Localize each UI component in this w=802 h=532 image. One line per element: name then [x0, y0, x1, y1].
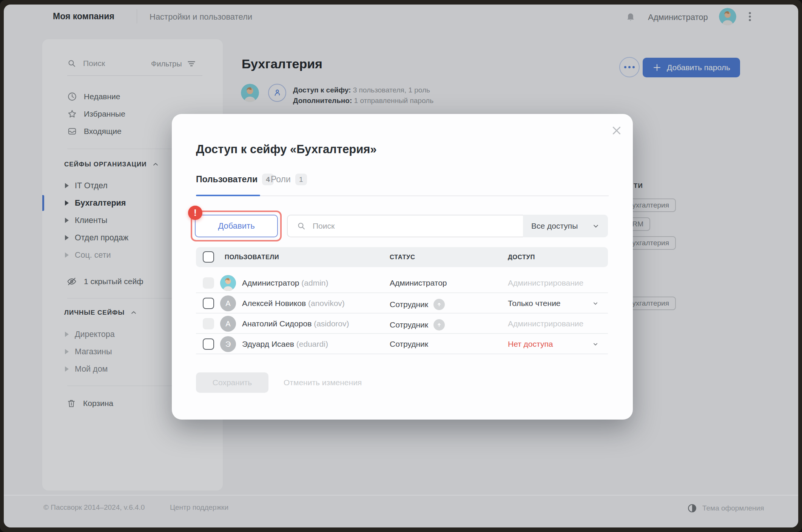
column-access: ДОСТУП [508, 254, 535, 261]
tab-label: Роли [271, 174, 291, 185]
tab-count-badge: 1 [295, 174, 307, 185]
tab-users[interactable]: Пользователи 4 [196, 174, 274, 185]
select-all-checkbox[interactable] [203, 251, 214, 263]
table-row: А Алексей Новиков (anovikov) Сотрудник Т… [196, 293, 608, 314]
user-access: Администрирование [508, 278, 583, 288]
user-status: Сотрудник [390, 299, 445, 310]
row-checkbox-disabled [203, 277, 214, 289]
chevron-down-icon[interactable] [592, 340, 599, 348]
user-name: Алексей Новиков (anovikov) [242, 299, 345, 308]
row-checkbox[interactable] [203, 298, 214, 309]
user-access: Администрирование [508, 319, 583, 328]
row-checkbox[interactable] [203, 338, 214, 350]
user-name: Эдуард Исаев (eduardi) [242, 340, 328, 349]
modal-title: Доступ к сейфу «Бухгалтерия» [196, 143, 377, 156]
user-status: Сотрудник [390, 340, 428, 349]
close-icon[interactable] [609, 123, 624, 138]
user-access-dropdown[interactable]: Только чтение [508, 299, 561, 308]
active-tab-underline [196, 195, 260, 196]
row-avatar-initial: Э [220, 336, 236, 352]
column-status: СТАТУС [390, 254, 415, 261]
user-status: Сотрудник [390, 319, 445, 331]
row-checkbox-disabled [203, 318, 214, 329]
row-avatar-photo [220, 275, 236, 291]
elevated-access-icon [433, 319, 445, 331]
user-name: Администратор (admin) [242, 278, 329, 288]
app-window: Моя компания Настройки и пользователи Ад… [4, 5, 798, 527]
access-filter-value: Все доступы [531, 221, 578, 231]
modal-search-field[interactable] [287, 215, 523, 237]
user-access-dropdown[interactable]: Нет доступа [508, 340, 553, 349]
tab-roles[interactable]: Роли 1 [271, 174, 307, 185]
chevron-down-icon [592, 222, 600, 230]
chevron-down-icon[interactable] [592, 300, 599, 307]
tab-label: Пользователи [196, 174, 258, 185]
access-filter-dropdown[interactable]: Все доступы [523, 215, 608, 237]
cancel-changes-button[interactable]: Отменить изменения [284, 378, 362, 387]
elevated-access-icon [433, 299, 445, 310]
table-header: ПОЛЬЗОВАТЕЛИ СТАТУС ДОСТУП [196, 247, 608, 267]
table-row: Администратор (admin) Администратор Адми… [196, 273, 608, 293]
access-modal: Доступ к сейфу «Бухгалтерия» Пользовател… [172, 114, 633, 420]
user-name: Анатолий Сидоров (asidorov) [242, 319, 349, 328]
modal-search-input[interactable] [312, 221, 514, 231]
user-status: Администратор [390, 278, 447, 288]
annotation-alert-badge: ! [188, 206, 202, 220]
add-user-button[interactable]: Добавить [195, 215, 278, 237]
row-avatar-initial: А [220, 295, 236, 311]
save-button[interactable]: Сохранить [196, 372, 268, 393]
search-icon [297, 221, 306, 231]
table-row: А Анатолий Сидоров (asidorov) Сотрудник … [196, 314, 608, 334]
column-users: ПОЛЬЗОВАТЕЛИ [225, 254, 279, 261]
desktop-background: Моя компания Настройки и пользователи Ад… [0, 0, 802, 532]
table-row: Э Эдуард Исаев (eduardi) Сотрудник Нет д… [196, 334, 608, 354]
row-avatar-initial: А [220, 316, 236, 332]
